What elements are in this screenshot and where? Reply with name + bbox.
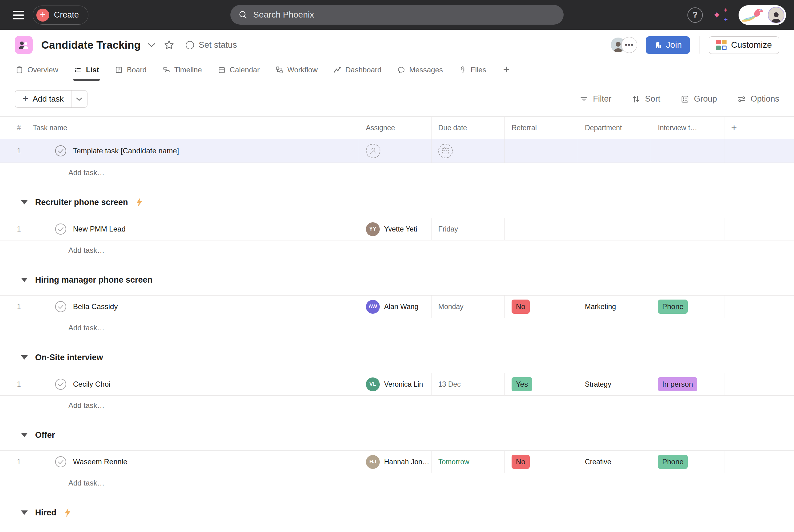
tab-files[interactable]: Files (458, 60, 487, 81)
table-row[interactable]: 1 New PMM Lead YY Yvette Yeti Friday (0, 218, 794, 241)
interview-type-chip[interactable]: Phone (658, 455, 688, 469)
referral-cell[interactable] (505, 218, 578, 240)
column-header-department[interactable]: Department (578, 117, 651, 139)
customize-button[interactable]: Customize (709, 36, 779, 54)
task-name[interactable]: Cecily Choi (73, 380, 110, 388)
create-button[interactable]: + Create (33, 5, 89, 25)
referral-cell[interactable] (505, 139, 578, 163)
referral-chip[interactable]: Yes (512, 377, 532, 391)
complete-check-icon[interactable] (55, 145, 67, 157)
department-cell[interactable] (578, 218, 651, 240)
column-header-assignee[interactable]: Assignee (359, 117, 431, 139)
add-column-button[interactable]: + (724, 117, 794, 139)
due-date-placeholder-icon[interactable] (438, 144, 453, 158)
tab-timeline[interactable]: Timeline (162, 60, 203, 81)
section-collapse-caret-icon[interactable] (21, 510, 28, 515)
sort-button[interactable]: Sort (632, 94, 660, 104)
tab-overview[interactable]: Overview (15, 60, 59, 81)
section-collapse-caret-icon[interactable] (21, 355, 28, 360)
project-people-icon[interactable] (15, 36, 33, 54)
add-task-inline[interactable]: Add task… (0, 318, 794, 338)
filter-button[interactable]: Filter (580, 94, 611, 104)
complete-check-icon[interactable] (55, 301, 67, 312)
due-date[interactable]: 13 Dec (438, 380, 461, 388)
task-name[interactable]: Bella Cassidy (73, 302, 118, 311)
section-collapse-caret-icon[interactable] (21, 278, 28, 282)
tab-calendar[interactable]: Calendar (217, 60, 260, 81)
group-button[interactable]: Group (681, 94, 717, 104)
assignee-cell[interactable]: YY Yvette Yeti (366, 222, 417, 236)
column-header-referral[interactable]: Referral (505, 117, 578, 139)
tab-dashboard[interactable]: Dashboard (333, 60, 382, 81)
page-title[interactable]: Candidate Tracking (41, 39, 141, 51)
interview-type-cell[interactable] (651, 139, 724, 163)
avatar: HJ (366, 455, 380, 469)
assignee-placeholder-icon[interactable] (366, 144, 380, 158)
add-task-dropdown-button[interactable] (71, 91, 87, 108)
tab-board[interactable]: Board (114, 60, 147, 81)
column-header-interview-type[interactable]: Interview t… (651, 117, 724, 139)
tab-list[interactable]: List (73, 60, 100, 81)
avatar: AW (366, 300, 380, 314)
column-header-task[interactable]: Task name (29, 117, 359, 139)
table-row[interactable]: 1 Cecily Choi VL Veronica Lin 13 Dec Yes… (0, 373, 794, 396)
complete-check-icon[interactable] (55, 223, 67, 235)
table-row[interactable]: 1 Bella Cassidy AW Alan Wang Monday No M… (0, 295, 794, 318)
assignee-cell[interactable]: HJ Hannah Jon… (366, 455, 429, 469)
referral-chip[interactable]: No (512, 455, 530, 469)
help-icon[interactable]: ? (687, 7, 703, 23)
interview-type-cell[interactable] (651, 218, 724, 240)
tab-messages[interactable]: Messages (397, 60, 443, 81)
referral-chip[interactable]: No (512, 300, 530, 314)
add-task-inline[interactable]: Add task… (0, 163, 794, 183)
add-task-button[interactable]: + Add task (15, 91, 71, 108)
table-row[interactable]: 1 Waseem Rennie HJ Hannah Jon… Tomorrow … (0, 451, 794, 473)
section-title[interactable]: Hired (35, 508, 56, 517)
assignee-cell[interactable]: VL Veronica Lin (366, 377, 423, 391)
add-task-inline[interactable]: Add task… (0, 396, 794, 415)
due-date[interactable]: Monday (438, 303, 464, 311)
section-title[interactable]: On-Site interview (35, 353, 103, 362)
task-name[interactable]: New PMM Lead (73, 225, 126, 233)
section-collapse-caret-icon[interactable] (21, 200, 28, 205)
column-header-due-date[interactable]: Due date (431, 117, 505, 139)
department-cell[interactable] (578, 139, 651, 163)
extra-cell (724, 296, 794, 318)
more-members-icon[interactable]: ••• (621, 37, 637, 53)
complete-check-icon[interactable] (55, 378, 67, 390)
section-title[interactable]: Recruiter phone screen (35, 198, 128, 207)
section-title[interactable]: Hiring manager phone screen (35, 275, 152, 285)
interview-type-chip[interactable]: Phone (658, 300, 688, 314)
add-tab-plus-icon[interactable]: + (502, 61, 512, 80)
due-date[interactable]: Friday (438, 225, 458, 233)
add-task-inline[interactable]: Add task… (0, 473, 794, 493)
department-value[interactable]: Marketing (585, 303, 616, 311)
join-button[interactable]: Join (646, 36, 689, 54)
ai-sparkles-icon[interactable]: ✦✦✦ (713, 7, 729, 23)
chevron-down-icon[interactable] (148, 42, 155, 48)
search-bar[interactable] (230, 5, 564, 25)
set-status-button[interactable]: Set status (186, 40, 237, 50)
interview-type-chip[interactable]: In person (658, 377, 697, 391)
star-icon[interactable] (164, 39, 175, 51)
complete-check-icon[interactable] (55, 456, 67, 468)
account-pill[interactable] (739, 5, 786, 25)
assignee-cell[interactable]: AW Alan Wang (366, 300, 419, 314)
department-value[interactable]: Strategy (585, 380, 611, 388)
due-date[interactable]: Tomorrow (438, 458, 469, 466)
tab-workflow[interactable]: Workflow (275, 60, 318, 81)
section-collapse-caret-icon[interactable] (21, 433, 28, 437)
options-button[interactable]: Options (737, 94, 779, 104)
add-task-inline[interactable]: Add task… (0, 241, 794, 260)
task-name[interactable]: Waseem Rennie (73, 457, 128, 466)
sort-icon (632, 95, 640, 103)
task-name[interactable]: Template task [Candidate name] (73, 147, 179, 155)
section-header: Recruiter phone screen (0, 195, 794, 210)
search-input[interactable] (253, 10, 555, 20)
hamburger-menu-icon[interactable] (13, 11, 24, 19)
list-toolbar: + Add task Filter Sort Group Options (0, 81, 794, 116)
section-title[interactable]: Offer (35, 431, 55, 440)
department-value[interactable]: Creative (585, 458, 611, 466)
assignee-name: Veronica Lin (384, 380, 423, 388)
table-row[interactable]: 1 Template task [Candidate name] (0, 139, 794, 163)
